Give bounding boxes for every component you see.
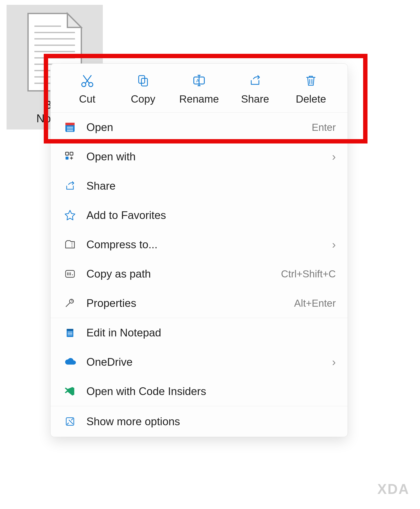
svg-rect-28	[67, 129, 73, 129]
menu-properties-label: Properties	[86, 297, 294, 309]
chevron-right-icon: ›	[332, 238, 336, 251]
menu-open-with[interactable]: Open with ›	[51, 142, 348, 171]
menu-edit-notepad-label: Edit in Notepad	[86, 326, 336, 339]
rename-button[interactable]: A Rename	[179, 73, 219, 105]
svg-rect-30	[66, 152, 69, 155]
menu-open-label: Open	[86, 121, 312, 134]
share-button[interactable]: Share	[235, 73, 275, 105]
menu-onedrive-label: OneDrive	[86, 356, 332, 368]
svg-rect-32	[70, 152, 73, 155]
onedrive-icon	[63, 355, 77, 369]
menu-share[interactable]: Share	[51, 171, 348, 201]
cut-button[interactable]: Cut	[68, 73, 107, 105]
open-icon	[63, 120, 77, 134]
star-icon	[63, 209, 77, 222]
menu-copy-path-label: Copy as path	[86, 268, 281, 280]
menu-copy-path[interactable]: Copy as path Ctrl+Shift+C	[51, 259, 348, 289]
notepad-icon	[63, 326, 77, 339]
menu-open-shortcut: Enter	[312, 121, 336, 133]
rename-icon: A	[191, 73, 207, 88]
menu-favorites-label: Add to Favorites	[86, 209, 336, 222]
svg-point-12	[82, 82, 86, 87]
vscode-insiders-icon	[63, 385, 77, 398]
more-options-icon	[63, 415, 77, 428]
share-label: Share	[241, 93, 269, 105]
cut-icon	[80, 73, 95, 88]
menu-edit-notepad[interactable]: Edit in Notepad	[51, 318, 348, 347]
svg-rect-44	[68, 335, 72, 335]
svg-rect-26	[65, 123, 75, 125]
menu-copy-path-shortcut: Ctrl+Shift+C	[281, 268, 336, 280]
menu-favorites[interactable]: Add to Favorites	[51, 201, 348, 230]
context-menu: Cut Copy A Rename	[50, 63, 348, 437]
svg-marker-1	[67, 14, 81, 28]
menu-open-with-label: Open with	[86, 150, 332, 163]
watermark: XDA	[377, 481, 410, 497]
svg-point-13	[89, 82, 93, 87]
menu-code-insiders[interactable]: Open with Code Insiders	[51, 377, 348, 406]
menu-properties[interactable]: Properties Alt+Enter	[51, 289, 348, 318]
compress-icon	[63, 238, 77, 251]
rename-label: Rename	[179, 93, 219, 105]
svg-rect-42	[68, 332, 72, 332]
svg-text:A: A	[196, 78, 200, 83]
menu-properties-shortcut: Alt+Enter	[294, 297, 336, 309]
chevron-right-icon: ›	[332, 355, 336, 369]
cut-label: Cut	[79, 93, 95, 105]
chevron-right-icon: ›	[332, 150, 336, 163]
svg-rect-34	[66, 270, 75, 277]
open-with-icon	[63, 150, 77, 163]
copy-label: Copy	[131, 93, 155, 105]
svg-rect-27	[67, 127, 73, 128]
menu-code-insiders-label: Open with Code Insiders	[86, 385, 336, 398]
delete-button[interactable]: Delete	[291, 73, 330, 105]
share-icon	[248, 73, 263, 88]
svg-point-38	[72, 274, 73, 275]
delete-label: Delete	[296, 93, 326, 105]
copy-button[interactable]: Copy	[123, 73, 163, 105]
menu-more-options-label: Show more options	[86, 415, 336, 428]
svg-rect-31	[66, 157, 69, 160]
menu-more-options[interactable]: Show more options	[51, 406, 348, 437]
svg-rect-43	[68, 333, 72, 334]
svg-rect-41	[67, 329, 73, 331]
menu-open[interactable]: Open Enter	[51, 113, 348, 142]
menu-compress-label: Compress to...	[86, 238, 332, 251]
copy-icon	[135, 73, 151, 88]
svg-rect-29	[67, 130, 73, 131]
action-row: Cut Copy A Rename	[51, 64, 348, 113]
properties-icon	[63, 296, 77, 310]
copy-path-icon	[63, 267, 77, 281]
menu-onedrive[interactable]: OneDrive ›	[51, 347, 348, 377]
menu-share-label: Share	[86, 180, 336, 192]
menu-compress[interactable]: Compress to... ›	[51, 230, 348, 259]
delete-icon	[303, 73, 318, 88]
share-outline-icon	[63, 179, 77, 193]
